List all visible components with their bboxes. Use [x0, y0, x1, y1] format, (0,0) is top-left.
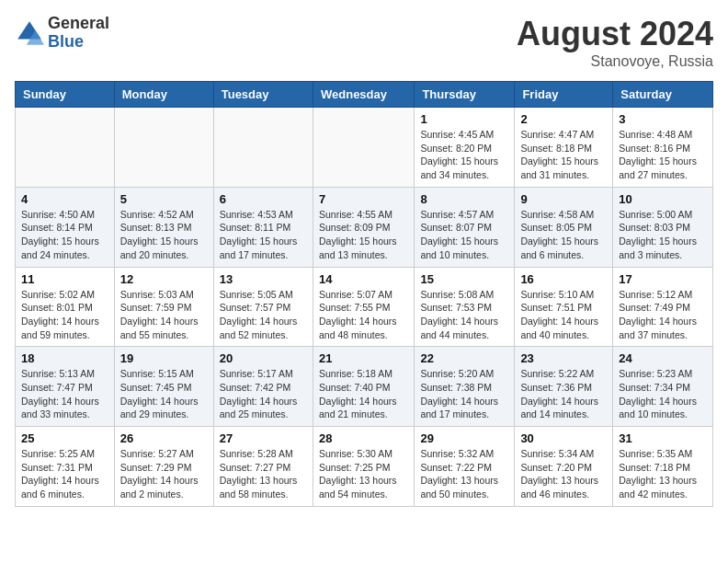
calendar-title: August 2024	[517, 15, 713, 53]
day-number: 22	[420, 351, 508, 365]
day-info: Sunrise: 5:18 AM Sunset: 7:40 PM Dayligh…	[319, 367, 408, 421]
day-number: 14	[319, 272, 408, 286]
calendar-cell: 8Sunrise: 4:57 AM Sunset: 8:07 PM Daylig…	[415, 187, 515, 267]
day-info: Sunrise: 5:10 AM Sunset: 7:51 PM Dayligh…	[520, 288, 607, 342]
calendar-cell: 16Sunrise: 5:10 AM Sunset: 7:51 PM Dayli…	[515, 267, 613, 347]
day-info: Sunrise: 5:30 AM Sunset: 7:25 PM Dayligh…	[319, 447, 408, 501]
day-info: Sunrise: 5:25 AM Sunset: 7:31 PM Dayligh…	[21, 447, 108, 501]
day-info: Sunrise: 5:17 AM Sunset: 7:42 PM Dayligh…	[220, 367, 307, 421]
calendar-location: Stanovoye, Russia	[517, 53, 713, 70]
logo-blue-text: Blue	[48, 33, 109, 52]
logo-icon	[15, 18, 44, 48]
day-number: 2	[520, 112, 607, 126]
calendar-table: SundayMondayTuesdayWednesdayThursdayFrid…	[15, 81, 713, 507]
day-info: Sunrise: 5:22 AM Sunset: 7:36 PM Dayligh…	[520, 367, 607, 421]
day-number: 1	[420, 112, 508, 126]
calendar-header-row: SundayMondayTuesdayWednesdayThursdayFrid…	[16, 82, 713, 108]
day-header-tuesday: Tuesday	[213, 82, 313, 108]
day-header-monday: Monday	[114, 82, 213, 108]
day-number: 23	[520, 351, 607, 365]
day-info: Sunrise: 4:52 AM Sunset: 8:13 PM Dayligh…	[120, 208, 208, 262]
calendar-cell: 20Sunrise: 5:17 AM Sunset: 7:42 PM Dayli…	[213, 347, 313, 427]
day-info: Sunrise: 4:55 AM Sunset: 8:09 PM Dayligh…	[319, 208, 408, 262]
calendar-cell: 17Sunrise: 5:12 AM Sunset: 7:49 PM Dayli…	[613, 267, 713, 347]
day-info: Sunrise: 5:34 AM Sunset: 7:20 PM Dayligh…	[520, 447, 607, 501]
day-number: 16	[520, 272, 607, 286]
day-info: Sunrise: 5:05 AM Sunset: 7:57 PM Dayligh…	[220, 288, 307, 342]
day-info: Sunrise: 5:08 AM Sunset: 7:53 PM Dayligh…	[420, 288, 508, 342]
calendar-cell: 12Sunrise: 5:03 AM Sunset: 7:59 PM Dayli…	[114, 267, 213, 347]
calendar-cell: 14Sunrise: 5:07 AM Sunset: 7:55 PM Dayli…	[313, 267, 414, 347]
day-number: 31	[619, 431, 707, 445]
calendar-cell: 1Sunrise: 4:45 AM Sunset: 8:20 PM Daylig…	[415, 108, 515, 188]
day-info: Sunrise: 5:35 AM Sunset: 7:18 PM Dayligh…	[619, 447, 707, 501]
day-number: 13	[220, 272, 307, 286]
day-info: Sunrise: 5:13 AM Sunset: 7:47 PM Dayligh…	[21, 367, 108, 421]
calendar-cell: 21Sunrise: 5:18 AM Sunset: 7:40 PM Dayli…	[313, 347, 414, 427]
calendar-cell: 3Sunrise: 4:48 AM Sunset: 8:16 PM Daylig…	[613, 108, 713, 188]
day-info: Sunrise: 4:48 AM Sunset: 8:16 PM Dayligh…	[619, 128, 707, 182]
day-number: 5	[120, 192, 208, 206]
day-number: 21	[319, 351, 408, 365]
calendar-cell: 18Sunrise: 5:13 AM Sunset: 7:47 PM Dayli…	[16, 347, 115, 427]
day-number: 29	[420, 431, 508, 445]
day-info: Sunrise: 5:28 AM Sunset: 7:27 PM Dayligh…	[220, 447, 307, 501]
calendar-cell: 24Sunrise: 5:23 AM Sunset: 7:34 PM Dayli…	[613, 347, 713, 427]
day-number: 30	[520, 431, 607, 445]
day-info: Sunrise: 5:23 AM Sunset: 7:34 PM Dayligh…	[619, 367, 707, 421]
day-info: Sunrise: 4:58 AM Sunset: 8:05 PM Dayligh…	[520, 208, 607, 262]
day-number: 20	[220, 351, 307, 365]
day-number: 8	[420, 192, 508, 206]
logo: General Blue	[15, 15, 109, 52]
day-header-wednesday: Wednesday	[313, 82, 414, 108]
day-number: 17	[619, 272, 707, 286]
day-info: Sunrise: 5:15 AM Sunset: 7:45 PM Dayligh…	[120, 367, 208, 421]
calendar-cell	[114, 108, 213, 188]
calendar-week-row: 11Sunrise: 5:02 AM Sunset: 8:01 PM Dayli…	[16, 267, 713, 347]
day-number: 6	[220, 192, 307, 206]
day-number: 12	[120, 272, 208, 286]
day-info: Sunrise: 5:02 AM Sunset: 8:01 PM Dayligh…	[21, 288, 108, 342]
page-header: General Blue August 2024 Stanovoye, Russ…	[15, 15, 713, 70]
day-info: Sunrise: 5:07 AM Sunset: 7:55 PM Dayligh…	[319, 288, 408, 342]
day-info: Sunrise: 4:57 AM Sunset: 8:07 PM Dayligh…	[420, 208, 508, 262]
calendar-cell: 28Sunrise: 5:30 AM Sunset: 7:25 PM Dayli…	[313, 427, 414, 507]
calendar-cell	[16, 108, 115, 188]
calendar-week-row: 18Sunrise: 5:13 AM Sunset: 7:47 PM Dayli…	[16, 347, 713, 427]
day-number: 15	[420, 272, 508, 286]
day-info: Sunrise: 5:03 AM Sunset: 7:59 PM Dayligh…	[120, 288, 208, 342]
day-info: Sunrise: 4:45 AM Sunset: 8:20 PM Dayligh…	[420, 128, 508, 182]
day-header-sunday: Sunday	[16, 82, 115, 108]
day-header-thursday: Thursday	[415, 82, 515, 108]
calendar-cell: 13Sunrise: 5:05 AM Sunset: 7:57 PM Dayli…	[213, 267, 313, 347]
calendar-cell: 6Sunrise: 4:53 AM Sunset: 8:11 PM Daylig…	[213, 187, 313, 267]
calendar-cell: 10Sunrise: 5:00 AM Sunset: 8:03 PM Dayli…	[613, 187, 713, 267]
calendar-week-row: 4Sunrise: 4:50 AM Sunset: 8:14 PM Daylig…	[16, 187, 713, 267]
day-info: Sunrise: 5:12 AM Sunset: 7:49 PM Dayligh…	[619, 288, 707, 342]
calendar-cell: 7Sunrise: 4:55 AM Sunset: 8:09 PM Daylig…	[313, 187, 414, 267]
calendar-cell: 30Sunrise: 5:34 AM Sunset: 7:20 PM Dayli…	[515, 427, 613, 507]
calendar-cell: 19Sunrise: 5:15 AM Sunset: 7:45 PM Dayli…	[114, 347, 213, 427]
calendar-cell: 29Sunrise: 5:32 AM Sunset: 7:22 PM Dayli…	[415, 427, 515, 507]
calendar-cell: 4Sunrise: 4:50 AM Sunset: 8:14 PM Daylig…	[16, 187, 115, 267]
calendar-cell: 9Sunrise: 4:58 AM Sunset: 8:05 PM Daylig…	[515, 187, 613, 267]
day-header-saturday: Saturday	[613, 82, 713, 108]
day-number: 3	[619, 112, 707, 126]
calendar-cell: 31Sunrise: 5:35 AM Sunset: 7:18 PM Dayli…	[613, 427, 713, 507]
calendar-cell: 22Sunrise: 5:20 AM Sunset: 7:38 PM Dayli…	[415, 347, 515, 427]
day-number: 10	[619, 192, 707, 206]
logo-general-text: General	[48, 15, 109, 33]
calendar-cell: 23Sunrise: 5:22 AM Sunset: 7:36 PM Dayli…	[515, 347, 613, 427]
day-number: 18	[21, 351, 108, 365]
calendar-cell: 5Sunrise: 4:52 AM Sunset: 8:13 PM Daylig…	[114, 187, 213, 267]
calendar-cell: 26Sunrise: 5:27 AM Sunset: 7:29 PM Dayli…	[114, 427, 213, 507]
day-info: Sunrise: 5:20 AM Sunset: 7:38 PM Dayligh…	[420, 367, 508, 421]
day-info: Sunrise: 4:50 AM Sunset: 8:14 PM Dayligh…	[21, 208, 108, 262]
calendar-cell: 15Sunrise: 5:08 AM Sunset: 7:53 PM Dayli…	[415, 267, 515, 347]
day-info: Sunrise: 4:47 AM Sunset: 8:18 PM Dayligh…	[520, 128, 607, 182]
day-number: 11	[21, 272, 108, 286]
day-number: 24	[619, 351, 707, 365]
title-block: August 2024 Stanovoye, Russia	[517, 15, 713, 70]
calendar-cell: 2Sunrise: 4:47 AM Sunset: 8:18 PM Daylig…	[515, 108, 613, 188]
day-number: 26	[120, 431, 208, 445]
